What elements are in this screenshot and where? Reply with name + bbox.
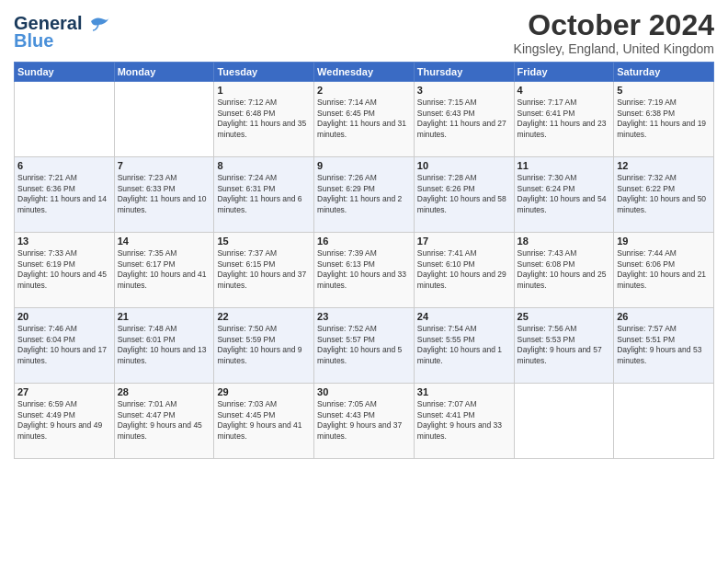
day-info: Sunrise: 7:44 AM Sunset: 6:06 PM Dayligh… xyxy=(617,248,711,291)
calendar-week-row: 1Sunrise: 7:12 AM Sunset: 6:48 PM Daylig… xyxy=(15,82,714,157)
day-info: Sunrise: 7:48 AM Sunset: 6:01 PM Dayligh… xyxy=(118,324,211,366)
day-number: 28 xyxy=(118,386,211,397)
day-number: 3 xyxy=(417,85,511,96)
logo-bird-icon xyxy=(85,14,111,34)
table-row xyxy=(614,384,714,459)
day-info: Sunrise: 7:21 AM Sunset: 6:36 PM Dayligh… xyxy=(17,173,111,215)
day-info: Sunrise: 7:28 AM Sunset: 6:26 PM Dayligh… xyxy=(417,173,511,215)
day-info: Sunrise: 7:03 AM Sunset: 4:45 PM Dayligh… xyxy=(217,399,311,442)
table-row: 19Sunrise: 7:44 AM Sunset: 6:06 PM Dayli… xyxy=(614,233,714,308)
day-number: 11 xyxy=(518,160,611,171)
day-number: 9 xyxy=(317,160,411,171)
day-number: 19 xyxy=(617,236,711,247)
day-info: Sunrise: 7:56 AM Sunset: 5:53 PM Dayligh… xyxy=(518,324,611,366)
day-info: Sunrise: 7:41 AM Sunset: 6:10 PM Dayligh… xyxy=(417,248,511,291)
calendar-header-row: Sunday Monday Tuesday Wednesday Thursday… xyxy=(15,63,714,82)
day-info: Sunrise: 7:01 AM Sunset: 4:47 PM Dayligh… xyxy=(118,399,211,442)
day-number: 17 xyxy=(417,236,511,247)
day-info: Sunrise: 7:05 AM Sunset: 4:43 PM Dayligh… xyxy=(317,399,411,442)
table-row: 17Sunrise: 7:41 AM Sunset: 6:10 PM Dayli… xyxy=(414,233,514,308)
day-info: Sunrise: 7:54 AM Sunset: 5:55 PM Dayligh… xyxy=(417,324,511,366)
day-number: 24 xyxy=(417,311,511,322)
table-row: 2Sunrise: 7:14 AM Sunset: 6:45 PM Daylig… xyxy=(314,82,415,157)
day-info: Sunrise: 7:17 AM Sunset: 6:41 PM Dayligh… xyxy=(518,98,611,140)
table-row: 15Sunrise: 7:37 AM Sunset: 6:15 PM Dayli… xyxy=(214,233,314,308)
calendar-week-row: 20Sunrise: 7:46 AM Sunset: 6:04 PM Dayli… xyxy=(15,308,714,384)
day-number: 15 xyxy=(217,236,311,247)
table-row: 16Sunrise: 7:39 AM Sunset: 6:13 PM Dayli… xyxy=(314,233,415,308)
table-row: 25Sunrise: 7:56 AM Sunset: 5:53 PM Dayli… xyxy=(514,308,614,384)
day-number: 8 xyxy=(217,160,311,171)
table-row: 20Sunrise: 7:46 AM Sunset: 6:04 PM Dayli… xyxy=(15,308,115,384)
table-row: 29Sunrise: 7:03 AM Sunset: 4:45 PM Dayli… xyxy=(214,384,314,459)
table-row: 5Sunrise: 7:19 AM Sunset: 6:38 PM Daylig… xyxy=(614,82,714,157)
day-number: 6 xyxy=(17,160,111,171)
day-info: Sunrise: 7:43 AM Sunset: 6:08 PM Dayligh… xyxy=(518,248,611,291)
day-info: Sunrise: 7:23 AM Sunset: 6:33 PM Dayligh… xyxy=(118,173,211,215)
table-row: 22Sunrise: 7:50 AM Sunset: 5:59 PM Dayli… xyxy=(214,308,314,384)
day-info: Sunrise: 7:46 AM Sunset: 6:04 PM Dayligh… xyxy=(17,324,111,366)
month-title: October 2024 xyxy=(514,9,714,41)
logo-blue: Blue xyxy=(14,30,53,52)
day-info: Sunrise: 7:50 AM Sunset: 5:59 PM Dayligh… xyxy=(217,324,311,366)
day-number: 31 xyxy=(417,386,511,397)
table-row: 10Sunrise: 7:28 AM Sunset: 6:26 PM Dayli… xyxy=(414,157,514,233)
col-monday: Monday xyxy=(114,63,214,82)
day-number: 30 xyxy=(317,386,411,397)
table-row: 27Sunrise: 6:59 AM Sunset: 4:49 PM Dayli… xyxy=(15,384,115,459)
day-info: Sunrise: 7:07 AM Sunset: 4:41 PM Dayligh… xyxy=(417,399,511,442)
header: General Blue October 2024 Kingsley, Engl… xyxy=(14,9,714,56)
table-row: 3Sunrise: 7:15 AM Sunset: 6:43 PM Daylig… xyxy=(414,82,514,157)
title-section: October 2024 Kingsley, England, United K… xyxy=(514,9,714,56)
table-row: 12Sunrise: 7:32 AM Sunset: 6:22 PM Dayli… xyxy=(614,157,714,233)
table-row: 24Sunrise: 7:54 AM Sunset: 5:55 PM Dayli… xyxy=(414,308,514,384)
page: General Blue October 2024 Kingsley, Engl… xyxy=(0,0,728,563)
day-info: Sunrise: 7:33 AM Sunset: 6:19 PM Dayligh… xyxy=(17,248,111,291)
table-row: 18Sunrise: 7:43 AM Sunset: 6:08 PM Dayli… xyxy=(514,233,614,308)
table-row: 23Sunrise: 7:52 AM Sunset: 5:57 PM Dayli… xyxy=(314,308,415,384)
day-info: Sunrise: 7:35 AM Sunset: 6:17 PM Dayligh… xyxy=(118,248,211,291)
day-number: 18 xyxy=(518,236,611,247)
day-number: 23 xyxy=(317,311,411,322)
day-info: Sunrise: 6:59 AM Sunset: 4:49 PM Dayligh… xyxy=(17,399,111,442)
table-row: 4Sunrise: 7:17 AM Sunset: 6:41 PM Daylig… xyxy=(514,82,614,157)
day-number: 1 xyxy=(217,85,311,96)
day-number: 5 xyxy=(617,85,711,96)
table-row: 28Sunrise: 7:01 AM Sunset: 4:47 PM Dayli… xyxy=(114,384,214,459)
table-row: 13Sunrise: 7:33 AM Sunset: 6:19 PM Dayli… xyxy=(15,233,115,308)
day-number: 26 xyxy=(617,311,711,322)
day-info: Sunrise: 7:26 AM Sunset: 6:29 PM Dayligh… xyxy=(317,173,411,215)
col-saturday: Saturday xyxy=(614,63,714,82)
calendar-week-row: 13Sunrise: 7:33 AM Sunset: 6:19 PM Dayli… xyxy=(15,233,714,308)
table-row: 8Sunrise: 7:24 AM Sunset: 6:31 PM Daylig… xyxy=(214,157,314,233)
day-info: Sunrise: 7:52 AM Sunset: 5:57 PM Dayligh… xyxy=(317,324,411,366)
day-number: 16 xyxy=(317,236,411,247)
day-info: Sunrise: 7:14 AM Sunset: 6:45 PM Dayligh… xyxy=(317,98,411,140)
day-info: Sunrise: 7:57 AM Sunset: 5:51 PM Dayligh… xyxy=(617,324,711,366)
day-number: 29 xyxy=(217,386,311,397)
day-info: Sunrise: 7:12 AM Sunset: 6:48 PM Dayligh… xyxy=(217,98,311,140)
day-number: 7 xyxy=(118,160,211,171)
day-number: 14 xyxy=(118,236,211,247)
col-sunday: Sunday xyxy=(15,63,115,82)
table-row: 6Sunrise: 7:21 AM Sunset: 6:36 PM Daylig… xyxy=(15,157,115,233)
table-row: 14Sunrise: 7:35 AM Sunset: 6:17 PM Dayli… xyxy=(114,233,214,308)
day-number: 4 xyxy=(518,85,611,96)
day-number: 12 xyxy=(617,160,711,171)
table-row xyxy=(15,82,115,157)
day-info: Sunrise: 7:30 AM Sunset: 6:24 PM Dayligh… xyxy=(518,173,611,215)
day-info: Sunrise: 7:19 AM Sunset: 6:38 PM Dayligh… xyxy=(617,98,711,140)
col-wednesday: Wednesday xyxy=(314,63,415,82)
table-row xyxy=(114,82,214,157)
day-number: 25 xyxy=(518,311,611,322)
day-info: Sunrise: 7:32 AM Sunset: 6:22 PM Dayligh… xyxy=(617,173,711,215)
day-number: 21 xyxy=(118,311,211,322)
day-number: 10 xyxy=(417,160,511,171)
day-info: Sunrise: 7:39 AM Sunset: 6:13 PM Dayligh… xyxy=(317,248,411,291)
table-row xyxy=(514,384,614,459)
day-number: 27 xyxy=(17,386,111,397)
table-row: 31Sunrise: 7:07 AM Sunset: 4:41 PM Dayli… xyxy=(414,384,514,459)
table-row: 7Sunrise: 7:23 AM Sunset: 6:33 PM Daylig… xyxy=(114,157,214,233)
col-friday: Friday xyxy=(514,63,614,82)
day-number: 2 xyxy=(317,85,411,96)
